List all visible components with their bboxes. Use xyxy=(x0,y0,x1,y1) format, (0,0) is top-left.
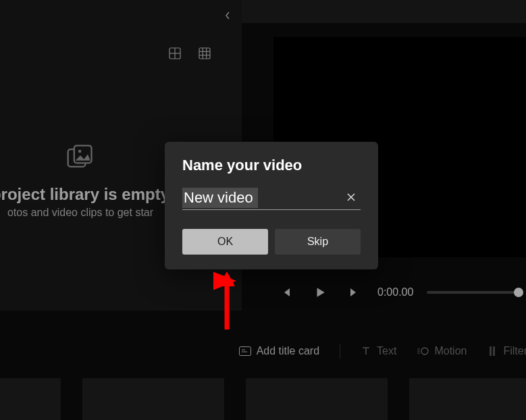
filters-label: Filters xyxy=(503,345,526,357)
filters-button[interactable]: Filters xyxy=(487,345,526,357)
svg-rect-18 xyxy=(490,346,492,356)
storyboard-toolbar: Add title card Text Motion Filters xyxy=(0,338,526,365)
divider xyxy=(340,344,340,359)
storyboard-slot[interactable] xyxy=(0,378,61,420)
storyboard-slot[interactable] xyxy=(409,378,526,420)
text-label: Text xyxy=(377,345,396,357)
playback-time: 0:00.00 xyxy=(377,286,413,298)
chevron-left-icon[interactable] xyxy=(224,11,231,22)
svg-point-14 xyxy=(421,348,428,355)
storyboard-slot[interactable] xyxy=(246,378,388,420)
svg-rect-19 xyxy=(493,346,495,356)
play-button[interactable] xyxy=(307,280,333,305)
grid-small-icon[interactable] xyxy=(199,47,211,62)
next-frame-button[interactable] xyxy=(341,280,367,305)
svg-point-10 xyxy=(78,150,82,153)
seek-handle[interactable] xyxy=(514,288,523,297)
skip-button[interactable]: Skip xyxy=(275,229,361,255)
clear-input-button[interactable] xyxy=(342,188,361,207)
add-title-card-button[interactable]: Add title card xyxy=(239,345,319,357)
dialog-title: Name your video xyxy=(182,157,361,174)
ok-button[interactable]: OK xyxy=(182,229,268,255)
name-video-dialog: Name your video OK Skip xyxy=(165,142,378,269)
svg-rect-3 xyxy=(199,48,210,59)
video-name-input[interactable] xyxy=(182,186,361,209)
motion-label: Motion xyxy=(434,345,467,357)
grid-large-icon[interactable] xyxy=(169,47,181,62)
video-name-field[interactable] xyxy=(182,186,361,210)
svg-rect-11 xyxy=(239,347,251,356)
add-title-card-label: Add title card xyxy=(257,345,319,357)
text-button[interactable]: Text xyxy=(361,345,396,357)
seek-slider[interactable] xyxy=(427,291,521,294)
storyboard-slot[interactable] xyxy=(82,378,224,420)
media-icon xyxy=(65,143,95,173)
storyboard-row xyxy=(0,378,526,420)
prev-frame-button[interactable] xyxy=(273,280,299,305)
motion-button[interactable]: Motion xyxy=(417,345,467,357)
playback-controls: 0:00.00 xyxy=(273,275,526,309)
